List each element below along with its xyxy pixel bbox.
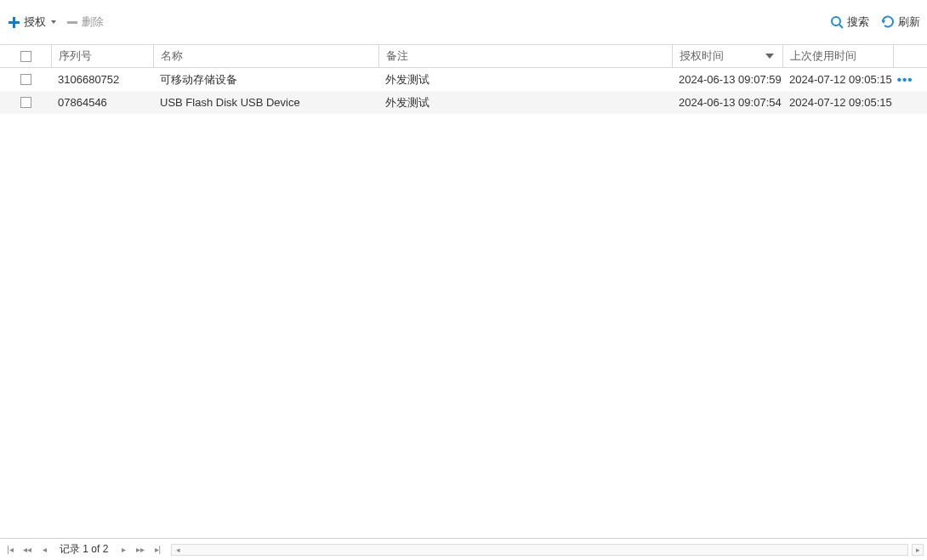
pager-next-button[interactable]: ▸ [117,543,130,557]
pager-first-button[interactable]: |◂ [3,543,17,557]
header-auth-time-label: 授权时间 [680,48,724,64]
table-row[interactable]: 3106680752 可移动存储设备 外发测试 2024-06-13 09:07… [0,68,927,91]
header-last-time[interactable]: 上次使用时间 [782,45,893,67]
horizontal-scrollbar[interactable]: ◂ [171,544,908,556]
row-actions[interactable]: ••• [893,76,917,84]
cell-auth-time: 2024-06-13 09:07:54 [672,96,782,109]
cell-name: 可移动存储设备 [153,72,378,88]
cell-name: USB Flash Disk USB Device [153,96,378,109]
sort-desc-icon [765,54,774,59]
header-remark-label: 备注 [386,48,408,64]
table-header: 序列号 名称 备注 授权时间 上次使用时间 [0,44,927,68]
header-actions [893,45,917,67]
pager-prev-page-button[interactable]: ◂◂ [20,543,34,557]
search-button[interactable]: 搜索 [830,14,869,30]
select-all-checkbox[interactable] [20,51,31,62]
header-name-label: 名称 [161,48,183,64]
toolbar-right: 搜索 刷新 [830,14,920,30]
header-serial-label: 序列号 [59,48,92,64]
cell-remark: 外发测试 [378,95,672,110]
svg-line-1 [839,25,843,28]
row-checkbox-cell[interactable] [0,97,51,108]
header-checkbox-cell[interactable] [0,45,51,67]
cell-auth-time: 2024-06-13 09:07:59 [672,73,782,86]
header-last-time-label: 上次使用时间 [790,48,856,64]
header-auth-time[interactable]: 授权时间 [672,45,782,67]
toolbar-left: 授权 删除 [7,14,104,30]
cell-serial: 07864546 [51,96,153,109]
delete-button[interactable]: 删除 [66,14,104,30]
header-remark[interactable]: 备注 [378,45,672,67]
authorize-label: 授权 [24,14,46,30]
minus-icon [66,16,78,28]
pager-status: 记录 1 of 2 [60,542,108,557]
refresh-icon [881,15,895,29]
cell-serial: 3106680752 [51,73,153,86]
chevron-down-icon [51,20,56,24]
pager-next-page-button[interactable]: ▸▸ [134,543,147,557]
pager-bar: |◂ ◂◂ ◂ 记录 1 of 2 ▸ ▸▸ ▸| ◂ ▸ [0,538,927,560]
refresh-label: 刷新 [898,14,920,30]
refresh-button[interactable]: 刷新 [881,14,920,30]
scroll-right-button[interactable]: ▸ [912,544,924,556]
row-checkbox[interactable] [20,97,31,108]
cell-last-time: 2024-07-12 09:05:15 [782,73,893,86]
plus-icon [7,15,20,29]
search-label: 搜索 [847,14,869,30]
authorize-button[interactable]: 授权 [7,14,56,30]
cell-remark: 外发测试 [378,72,672,88]
row-checkbox[interactable] [20,74,31,85]
delete-label: 删除 [82,14,104,30]
pager-last-button[interactable]: ▸| [151,543,164,557]
header-serial[interactable]: 序列号 [51,45,153,67]
svg-point-0 [832,17,840,25]
more-icon: ••• [897,76,913,84]
toolbar: 授权 删除 搜索 刷新 [0,0,927,44]
header-name[interactable]: 名称 [153,45,378,67]
search-icon [830,15,844,29]
table-row[interactable]: 07864546 USB Flash Disk USB Device 外发测试 … [0,91,927,114]
pager-prev-button[interactable]: ◂ [37,543,51,557]
scroll-left-icon: ◂ [172,545,184,555]
row-checkbox-cell[interactable] [0,74,51,85]
cell-last-time: 2024-07-12 09:05:15 [782,96,893,109]
